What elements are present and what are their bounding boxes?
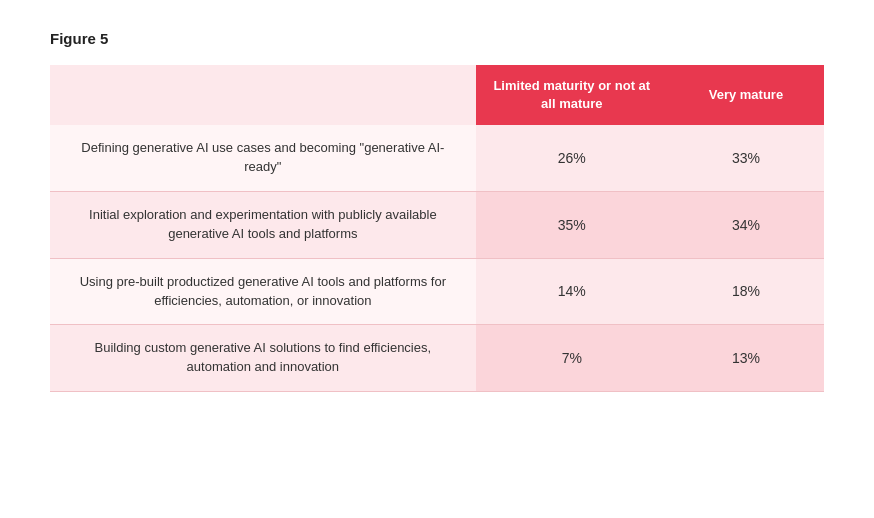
row-label: Defining generative AI use cases and bec… <box>50 125 476 191</box>
figure-title: Figure 5 <box>50 30 824 47</box>
row-mature-value: 34% <box>668 192 824 259</box>
row-limited-value: 35% <box>476 192 668 259</box>
row-limited-value: 14% <box>476 258 668 325</box>
row-label: Building custom generative AI solutions … <box>50 325 476 392</box>
table-row: Initial exploration and experimentation … <box>50 192 824 259</box>
table-row: Using pre-built productized generative A… <box>50 258 824 325</box>
page-container: Figure 5 Limited maturity or not at all … <box>0 0 874 518</box>
table-row: Building custom generative AI solutions … <box>50 325 824 392</box>
table-row: Defining generative AI use cases and bec… <box>50 125 824 191</box>
row-mature-value: 13% <box>668 325 824 392</box>
row-limited-value: 7% <box>476 325 668 392</box>
row-limited-value: 26% <box>476 125 668 191</box>
row-mature-value: 33% <box>668 125 824 191</box>
row-mature-value: 18% <box>668 258 824 325</box>
table-body: Defining generative AI use cases and bec… <box>50 125 824 391</box>
col-header-limited: Limited maturity or not at all mature <box>476 65 668 125</box>
table-header-row: Limited maturity or not at all mature Ve… <box>50 65 824 125</box>
table-wrapper: Limited maturity or not at all mature Ve… <box>50 65 824 392</box>
col-header-label <box>50 65 476 125</box>
row-label: Using pre-built productized generative A… <box>50 258 476 325</box>
data-table: Limited maturity or not at all mature Ve… <box>50 65 824 392</box>
col-header-mature: Very mature <box>668 65 824 125</box>
row-label: Initial exploration and experimentation … <box>50 192 476 259</box>
